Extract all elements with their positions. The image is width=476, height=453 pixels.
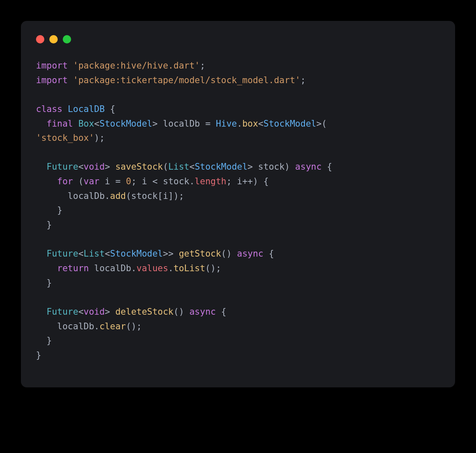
code-token: 'package:tickertape/model/stock_model.da…: [73, 75, 301, 85]
code-window: import 'package:hive/hive.dart'; import …: [21, 21, 455, 387]
minimize-button[interactable]: [49, 35, 58, 43]
code-token: Hive: [216, 119, 237, 129]
maximize-button[interactable]: [63, 35, 71, 43]
code-token: for: [57, 176, 73, 186]
code-token: deleteStock: [115, 307, 174, 317]
code-token: async: [237, 249, 264, 259]
code-token: import: [36, 75, 68, 85]
close-button[interactable]: [36, 35, 44, 43]
code-token: List: [84, 249, 105, 259]
code-block: import 'package:hive/hive.dart'; import …: [36, 59, 440, 362]
code-token: StockModel: [110, 249, 163, 259]
code-token: var: [84, 176, 100, 186]
code-token: void: [84, 307, 105, 317]
code-token: length: [194, 176, 226, 186]
code-token: LocalDB: [68, 104, 105, 114]
code-token: Future: [46, 162, 78, 172]
window-titlebar: [36, 33, 440, 43]
code-token: StockModel: [194, 162, 247, 172]
code-token: Future: [46, 249, 78, 259]
code-token: List: [168, 162, 189, 172]
code-token: toList: [174, 263, 205, 273]
code-token: saveStock: [115, 162, 163, 172]
code-token: values: [136, 263, 168, 273]
code-token: void: [84, 162, 105, 172]
code-token: 'package:hive/hive.dart': [73, 61, 200, 71]
code-token: add: [110, 191, 126, 201]
code-token: return: [57, 263, 89, 273]
code-token: Box: [78, 119, 94, 129]
code-token: getStock: [179, 249, 221, 259]
code-token: async: [295, 162, 322, 172]
code-token: box: [242, 119, 258, 129]
code-token: 0: [126, 176, 131, 186]
code-token: async: [189, 307, 216, 317]
code-token: clear: [100, 321, 126, 331]
code-token: class: [36, 104, 62, 114]
code-token: Future: [46, 307, 78, 317]
code-token: StockModel: [264, 119, 316, 129]
code-token: final: [46, 119, 73, 129]
code-token: StockModel: [100, 119, 152, 129]
code-token: 'stock_box': [36, 133, 94, 143]
code-token: import: [36, 61, 68, 71]
